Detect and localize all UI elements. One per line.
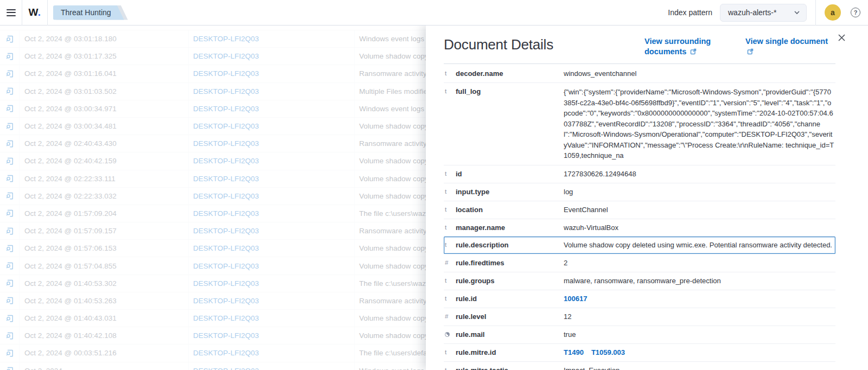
document-field-row[interactable]: t rule.mitre.tactic Impact, Execution (444, 362, 835, 370)
field-value: Volume shadow copy deleted using wmic.ex… (564, 241, 832, 249)
field-name: id (456, 169, 564, 179)
close-icon[interactable] (836, 32, 847, 45)
field-value-cell: Impact, Execution (564, 366, 834, 370)
index-pattern-value: wazuh-alerts-* (728, 8, 776, 17)
field-value: {"win":{"system":{"providerName":"Micros… (564, 88, 834, 160)
field-type-icon: t (445, 223, 456, 232)
field-value-cell: windows_eventchannel (564, 69, 834, 79)
field-type-icon: t (445, 69, 456, 78)
wazuh-logo[interactable]: W. (22, 7, 47, 18)
field-type-icon: t (445, 87, 456, 96)
field-type-icon: t (445, 187, 456, 196)
field-name: input.type (456, 187, 564, 197)
field-value: Impact, Execution (564, 366, 620, 370)
field-value-cell: wazuh-VirtualBox (564, 223, 834, 233)
index-pattern-label: Index pattern (668, 8, 712, 17)
field-value: EventChannel (564, 206, 608, 214)
field-value-cell: Volume shadow copy deleted using wmic.ex… (564, 240, 834, 250)
breadcrumb-threat-hunting[interactable]: Threat Hunting (53, 5, 124, 20)
page-title: Document Details (444, 36, 621, 53)
document-field-row[interactable]: t rule.id 100617 (444, 290, 835, 308)
field-type-icon: t (445, 240, 456, 250)
field-value-cell: {"win":{"system":{"providerName":"Micros… (564, 87, 834, 161)
field-value-cell: T1490T1059.003 (564, 348, 834, 358)
field-value-cell: 100617 (564, 294, 834, 304)
help-icon[interactable]: ? (851, 8, 860, 17)
field-value: 12 (564, 312, 571, 321)
field-type-icon: t (445, 294, 456, 303)
top-navbar: W. Threat Hunting Index pattern wazuh-al… (0, 0, 868, 25)
field-value-cell: 2 (564, 258, 834, 268)
document-field-row[interactable]: t rule.groups malware, ransomware, ranso… (444, 272, 835, 290)
field-name: rule.id (456, 294, 564, 304)
fields-table: t decoder.name windows_eventchannel t fu… (444, 65, 835, 370)
field-name: rule.groups (456, 276, 564, 286)
field-value-cell: EventChannel (564, 205, 834, 215)
document-field-row[interactable]: rule.mail true (444, 326, 835, 344)
field-type-icon: t (445, 169, 456, 178)
field-value-cell: 12 (564, 312, 834, 322)
field-type-icon: t (445, 205, 456, 214)
field-name: rule.mitre.tactic (456, 366, 564, 370)
field-name: rule.description (456, 240, 564, 250)
field-name: rule.level (456, 312, 564, 322)
document-field-row[interactable]: t decoder.name windows_eventchannel (444, 65, 835, 83)
field-value-link[interactable]: T1490 (564, 348, 584, 356)
logo-dot: . (38, 7, 41, 18)
document-field-row[interactable]: t rule.description Volume shadow copy de… (444, 237, 835, 254)
field-value: malware, ransomware, ransomware_pre-dete… (564, 277, 721, 285)
field-type-icon: # (445, 312, 456, 321)
view-surrounding-documents-link[interactable]: View surrounding documents (644, 36, 722, 57)
field-value: log (564, 188, 573, 196)
field-value: windows_eventchannel (564, 69, 636, 78)
field-value: true (564, 330, 576, 339)
nav-divider (815, 0, 816, 25)
header-divider (444, 63, 835, 64)
external-link-icon (747, 48, 754, 55)
field-name: rule.mitre.id (456, 348, 564, 358)
field-name: location (456, 205, 564, 215)
field-type-icon: t (445, 366, 456, 370)
field-value-link[interactable]: 100617 (564, 295, 587, 303)
field-value: 1727830626.12494648 (564, 170, 636, 178)
external-link-icon (690, 48, 697, 55)
field-type-icon: t (445, 348, 456, 357)
field-name: rule.firedtimes (456, 258, 564, 268)
document-field-row[interactable]: t manager.name wazuh-VirtualBox (444, 219, 835, 237)
field-value-cell: malware, ransomware, ransomware_pre-dete… (564, 276, 834, 286)
field-name: manager.name (456, 223, 564, 233)
document-field-row[interactable]: t id 1727830626.12494648 (444, 165, 835, 183)
avatar[interactable]: a (825, 4, 841, 21)
field-type-icon: t (445, 276, 456, 285)
field-value-cell: 1727830626.12494648 (564, 169, 834, 179)
document-field-row[interactable]: # rule.level 12 (444, 308, 835, 326)
field-name: full_log (456, 87, 564, 97)
field-type-icon: # (445, 258, 456, 267)
document-details-flyout: Document Details View surrounding docume… (426, 25, 868, 370)
view-single-document-link[interactable]: View single document (745, 36, 835, 57)
field-value: wazuh-VirtualBox (564, 224, 618, 232)
nav-divider (47, 0, 48, 25)
document-field-row[interactable]: t full_log {"win":{"system":{"providerNa… (444, 83, 835, 165)
main-content: Oct 2, 2024 @ 03:01:18.180 DESKTOP-LFI2Q… (0, 25, 868, 370)
menu-icon[interactable] (0, 0, 22, 25)
field-value-cell: log (564, 187, 834, 197)
flyout-header: Document Details View surrounding docume… (444, 36, 835, 57)
breadcrumb: Threat Hunting (53, 5, 124, 20)
field-value: 2 (564, 259, 567, 267)
document-field-row[interactable]: # rule.firedtimes 2 (444, 254, 835, 272)
document-field-row[interactable]: t input.type log (444, 183, 835, 201)
field-type-icon (445, 330, 456, 340)
document-field-row[interactable]: t location EventChannel (444, 201, 835, 219)
chevron-down-icon (794, 9, 800, 16)
field-value-link[interactable]: T1059.003 (591, 348, 625, 356)
index-pattern-select[interactable]: wazuh-alerts-* (720, 4, 807, 22)
field-name: decoder.name (456, 69, 564, 79)
field-value-cell: true (564, 330, 834, 340)
field-name: rule.mail (456, 330, 564, 340)
document-field-row[interactable]: t rule.mitre.id T1490T1059.003 (444, 344, 835, 362)
